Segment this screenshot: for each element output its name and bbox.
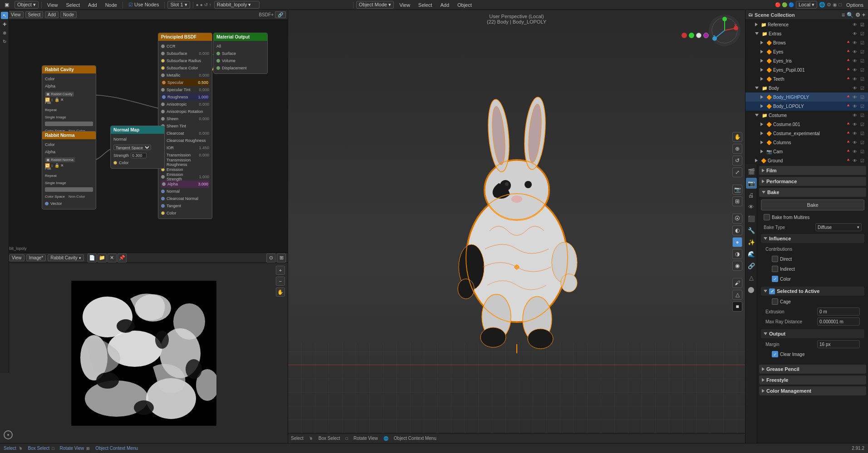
sc-item-costume001[interactable]: 🔶 Costume.001 🔺 👁 ☑ [745,120,868,129]
sc-item-reference[interactable]: 📁 Reference 👁 ☑ [745,20,868,29]
sc-item-eyes-pupil[interactable]: 🔶 Eyes_Pupil.001 🔺 👁 ☑ [745,65,868,74]
slot-select[interactable]: Slot 1 ▾ [167,1,190,9]
viewport-mode-select[interactable]: Object Mode ▾ [356,1,394,9]
vp-shading2[interactable]: ● [732,237,742,247]
sc-item-body-high[interactable]: 🔶 Body_HIGHPOLY 🔺 👁 ☑ [745,93,868,102]
freestyle-header[interactable]: Freestyle [759,375,866,385]
img-nav-btn[interactable]: ⊞ [277,253,286,263]
bake-multires-checkbox[interactable] [764,214,770,220]
img-new-btn[interactable]: 📄 [88,253,97,263]
vp-tool-3[interactable]: ↺ [732,156,742,166]
sc-settings-btn[interactable]: ⚙ [855,12,860,18]
indirect-checkbox[interactable] [772,266,778,272]
bake-type-value[interactable]: Diffuse ▾ [815,223,862,231]
ie-image[interactable]: Image* [26,254,46,261]
tab-constraints[interactable]: 🔗 [746,260,757,271]
sc-item-costume-exp[interactable]: 🔶 Costume_experimental 🔺 👁 ☑ [745,129,868,138]
sc-filter-btn[interactable]: ≡ [842,12,845,18]
color-mgmt-header[interactable]: Color Management [759,386,866,395]
rabbit-norma-node[interactable]: Rabbit Norma Color Alpha ▣ Rabbit Norma … [42,131,96,209]
node-menu[interactable]: Node [103,1,120,9]
rotate-tool[interactable]: ↻ [1,38,8,45]
ne-view[interactable]: View [8,11,24,18]
normal-map-node[interactable]: Normal Map Normal Tangent Space Strength… [110,126,165,169]
vp-tool-2[interactable]: ⊕ [732,144,742,154]
viewport-canvas[interactable]: User Perspective (Local) (22) Body | Bod… [288,10,745,433]
cursor-tool[interactable]: ✚ [1,20,8,28]
vp-overlay-btn[interactable]: ⦿ [732,214,742,224]
ne-node[interactable]: Node [60,11,77,18]
sc-item-columns[interactable]: 🔶 Columns 🔺 👁 ☑ [745,138,868,147]
tab-object[interactable]: ⬛ [746,213,757,224]
pan-btn[interactable]: ✋ [276,287,285,297]
selected-active-checkbox[interactable] [769,288,775,294]
tab-output[interactable]: 🖨 [746,190,757,200]
workspace-icon[interactable]: ▣ [2,1,12,9]
sc-item-ground[interactable]: 🔶 Ground 🔺 👁 ☑ [745,156,868,164]
img-overlay-btn[interactable]: ⊙ [266,253,275,263]
principled-bsdf-node[interactable]: Principled BSDF CCR Subsurface0.000 Subs… [158,33,212,219]
vp-grid-btn[interactable]: ⊞ [732,196,742,206]
ne-add[interactable]: Add [45,11,59,18]
img-pin-btn[interactable]: 📌 [118,253,127,263]
image-nav-circle[interactable] [4,430,13,439]
cage-checkbox[interactable] [772,298,778,305]
tab-scene[interactable]: 🎬 [746,166,757,177]
viewport-object[interactable]: Object [455,1,475,9]
sc-add-btn[interactable]: + [862,12,865,18]
move-tool[interactable]: ⊕ [1,29,8,36]
sc-item-extras[interactable]: 📁 Extras 👁 ☑ [745,29,868,38]
tab-modifier[interactable]: 🔧 [746,225,757,236]
image-name-select[interactable]: Rabbit Cavity ▾ [48,254,83,261]
vp-sculpt-btn[interactable]: △ [732,290,742,300]
max-ray-value[interactable]: 0.000001 m [817,317,860,326]
zoom-out-btn[interactable]: − [276,277,285,286]
material-output-node[interactable]: Material Output All Surface Volume Displ… [213,33,268,74]
vp-paint-btn[interactable]: 🖌 [732,278,742,288]
vp-tool-1[interactable]: ✋ [732,132,742,142]
vp-shading3[interactable]: ◑ [732,249,742,259]
tab-physics[interactable]: 🌊 [746,248,757,259]
bake-button[interactable]: Bake [761,200,864,210]
vp-tool-4[interactable]: ⤢ [732,167,742,177]
view-menu[interactable]: View [44,1,61,9]
grease-pencil-header[interactable]: Grease Pencil [759,365,866,374]
strength-input[interactable] [131,153,147,158]
nav-gizmo[interactable]: X Y Z [709,15,740,46]
sc-item-costume[interactable]: 📁 Costume 👁 ☑ [745,111,868,120]
viewport-select[interactable]: Select [416,1,435,9]
zoom-in-btn[interactable]: + [276,266,285,275]
bake-header[interactable]: Bake [759,188,866,197]
influence-header[interactable]: Influence [761,234,864,243]
select-menu[interactable]: Select [64,1,83,9]
ne-icon1[interactable]: 🔗 [275,11,286,18]
viewport-add[interactable]: Add [437,1,452,9]
selected-active-header[interactable]: Selected to Active [761,287,864,296]
vp-last-btn[interactable]: ■ [732,302,742,312]
ne-select[interactable]: Select [25,11,44,18]
output-header[interactable]: Output [761,329,864,338]
img-close-btn[interactable]: ✕ [108,253,117,263]
performance-header[interactable]: Performance [759,177,866,186]
tab-particles[interactable]: ✨ [746,237,757,248]
sc-item-eyes-iris[interactable]: 🔶 Eyes_Iris 🔺 👁 ☑ [745,56,868,65]
tab-view[interactable]: 👁 [746,201,757,212]
local-select[interactable]: Local ▾ [796,1,817,9]
sc-item-cam[interactable]: 📷 Cam 🔺 👁 ☑ [745,147,868,156]
clear-image-checkbox[interactable] [772,351,778,357]
use-nodes-check[interactable]: ☑ Use Nodes [126,1,162,9]
tab-material[interactable]: ⬤ [746,284,757,295]
tab-render[interactable]: 📷 [746,178,757,189]
margin-value[interactable]: 16 px [817,340,860,348]
tab-data[interactable]: △ [746,272,757,283]
sc-item-eyes[interactable]: 🔶 Eyes 🔺 👁 ☑ [745,47,868,56]
viewport-view[interactable]: View [397,1,413,9]
ie-view[interactable]: View [9,254,25,261]
material-select[interactable]: Rabbit_lopoly ▾ [214,1,260,9]
vp-shading4[interactable]: ◉ [732,261,742,271]
sc-search-btn[interactable]: 🔍 [847,12,853,18]
extrusion-value[interactable]: 0 m [817,307,860,316]
sc-item-body[interactable]: 📁 Body 👁 ☑ [745,83,868,93]
options-btn[interactable]: Options [843,1,866,9]
sc-item-teeth[interactable]: 🔶 Teeth 🔺 👁 ☑ [745,74,868,83]
